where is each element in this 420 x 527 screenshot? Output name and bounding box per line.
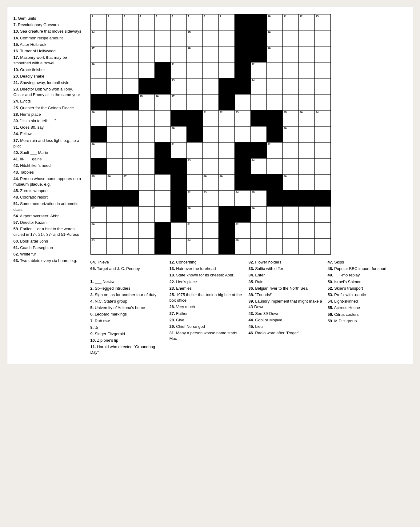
- grid-cell-9-13[interactable]: [299, 159, 315, 175]
- grid-cell-1-0[interactable]: 14: [91, 30, 107, 46]
- grid-cell-6-14[interactable]: 34: [315, 111, 331, 127]
- grid-cell-1-1[interactable]: [107, 30, 123, 46]
- grid-cell-6-13[interactable]: 36: [299, 111, 315, 127]
- grid-cell-11-8[interactable]: [219, 191, 235, 207]
- grid-cell-12-2[interactable]: [123, 207, 139, 223]
- grid-cell-0-7[interactable]: 8: [203, 14, 219, 30]
- grid-cell-3-14[interactable]: [315, 62, 331, 78]
- grid-cell-14-1[interactable]: [107, 239, 123, 255]
- grid-cell-8-8[interactable]: [219, 143, 235, 159]
- grid-cell-12-7[interactable]: [203, 207, 219, 223]
- grid-cell-1-7[interactable]: [203, 30, 219, 46]
- grid-cell-13-10[interactable]: [251, 223, 267, 239]
- grid-cell-13-2[interactable]: [123, 223, 139, 239]
- grid-cell-6-9[interactable]: 33: [235, 111, 251, 127]
- grid-cell-14-12[interactable]: [283, 239, 299, 255]
- grid-cell-10-12[interactable]: 50: [283, 175, 299, 191]
- grid-cell-11-6[interactable]: 52: [187, 191, 203, 207]
- grid-cell-13-5[interactable]: [171, 223, 187, 239]
- grid-cell-14-9[interactable]: 65: [235, 239, 251, 255]
- grid-cell-1-14[interactable]: [315, 30, 331, 46]
- grid-cell-7-12[interactable]: 39: [283, 127, 299, 143]
- grid-cell-5-7[interactable]: [203, 95, 219, 111]
- grid-cell-11-7[interactable]: 53: [203, 191, 219, 207]
- grid-cell-2-8[interactable]: [219, 46, 235, 62]
- grid-cell-10-13[interactable]: [299, 175, 315, 191]
- grid-cell-3-10[interactable]: 22: [251, 62, 267, 78]
- grid-cell-2-6[interactable]: 18: [187, 46, 203, 62]
- grid-cell-12-3[interactable]: [139, 207, 155, 223]
- grid-cell-7-13[interactable]: [299, 127, 315, 143]
- grid-cell-0-13[interactable]: 12: [299, 14, 315, 30]
- grid-cell-14-14[interactable]: [315, 239, 331, 255]
- grid-cell-8-5[interactable]: 41: [171, 143, 187, 159]
- grid-cell-0-6[interactable]: 7: [187, 14, 203, 30]
- grid-cell-6-12[interactable]: 35: [283, 111, 299, 127]
- grid-cell-5-5[interactable]: 27: [171, 95, 187, 111]
- grid-cell-11-10[interactable]: 55: [251, 191, 267, 207]
- grid-cell-8-3[interactable]: [139, 143, 155, 159]
- grid-cell-3-12[interactable]: [283, 62, 299, 78]
- grid-cell-10-6[interactable]: [187, 175, 203, 191]
- grid-cell-4-10[interactable]: 24: [251, 78, 267, 95]
- grid-cell-13-9[interactable]: 62: [235, 223, 251, 239]
- grid-cell-0-14[interactable]: 13: [315, 14, 331, 30]
- grid-cell-14-6[interactable]: 64: [187, 239, 203, 255]
- grid-cell-14-11[interactable]: [267, 239, 283, 255]
- grid-cell-2-4[interactable]: [155, 46, 171, 62]
- grid-cell-9-3[interactable]: [139, 159, 155, 175]
- grid-cell-14-5[interactable]: [171, 239, 187, 255]
- grid-cell-9-2[interactable]: [123, 159, 139, 175]
- grid-cell-5-4[interactable]: 26: [155, 95, 171, 111]
- grid-cell-13-1[interactable]: [107, 223, 123, 239]
- grid-cell-2-13[interactable]: [299, 46, 315, 62]
- grid-cell-9-6[interactable]: 43: [187, 159, 203, 175]
- grid-cell-12-11[interactable]: [267, 207, 283, 223]
- grid-cell-11-4[interactable]: [155, 191, 171, 207]
- grid-cell-3-2[interactable]: [123, 62, 139, 78]
- grid-cell-0-1[interactable]: 2: [107, 14, 123, 30]
- grid-cell-13-13[interactable]: [299, 223, 315, 239]
- grid-cell-1-2[interactable]: [123, 30, 139, 46]
- grid-cell-5-6[interactable]: [187, 95, 203, 111]
- grid-cell-2-12[interactable]: [283, 46, 299, 62]
- grid-cell-4-11[interactable]: [267, 78, 283, 95]
- grid-cell-13-11[interactable]: [267, 223, 283, 239]
- grid-cell-12-10[interactable]: 59: [251, 207, 267, 223]
- grid-cell-2-1[interactable]: [107, 46, 123, 62]
- grid-cell-11-9[interactable]: 54: [235, 191, 251, 207]
- grid-cell-8-11[interactable]: 42: [267, 143, 283, 159]
- grid-cell-1-4[interactable]: [155, 30, 171, 46]
- grid-cell-10-3[interactable]: [139, 175, 155, 191]
- grid-cell-14-7[interactable]: [203, 239, 219, 255]
- grid-cell-6-7[interactable]: 31: [203, 111, 219, 127]
- grid-cell-14-13[interactable]: [299, 239, 315, 255]
- grid-cell-5-13[interactable]: [299, 95, 315, 111]
- grid-cell-12-1[interactable]: [107, 207, 123, 223]
- grid-cell-3-13[interactable]: [299, 62, 315, 78]
- grid-cell-5-3[interactable]: 25: [139, 95, 155, 111]
- grid-cell-5-11[interactable]: [267, 95, 283, 111]
- grid-cell-3-3[interactable]: [139, 62, 155, 78]
- grid-cell-8-0[interactable]: 40: [91, 143, 107, 159]
- grid-cell-7-3[interactable]: [139, 127, 155, 143]
- grid-cell-13-6[interactable]: 61: [187, 223, 203, 239]
- grid-cell-2-2[interactable]: [123, 46, 139, 62]
- grid-cell-8-2[interactable]: [123, 143, 139, 159]
- grid-cell-0-11[interactable]: 10: [267, 14, 283, 30]
- grid-cell-9-8[interactable]: [219, 159, 235, 175]
- grid-cell-9-1[interactable]: [107, 159, 123, 175]
- grid-cell-8-14[interactable]: [315, 143, 331, 159]
- grid-cell-10-14[interactable]: [315, 175, 331, 191]
- grid-cell-0-3[interactable]: 4: [139, 14, 155, 30]
- grid-cell-3-1[interactable]: [107, 62, 123, 78]
- grid-cell-7-4[interactable]: [155, 127, 171, 143]
- grid-cell-7-5[interactable]: 38: [171, 127, 187, 143]
- grid-cell-12-6[interactable]: 58: [187, 207, 203, 223]
- grid-cell-9-7[interactable]: [203, 159, 219, 175]
- grid-cell-7-2[interactable]: [123, 127, 139, 143]
- grid-cell-7-14[interactable]: [315, 127, 331, 143]
- grid-cell-13-14[interactable]: [315, 223, 331, 239]
- grid-cell-0-2[interactable]: 3: [123, 14, 139, 30]
- grid-cell-0-8[interactable]: 9: [219, 14, 235, 30]
